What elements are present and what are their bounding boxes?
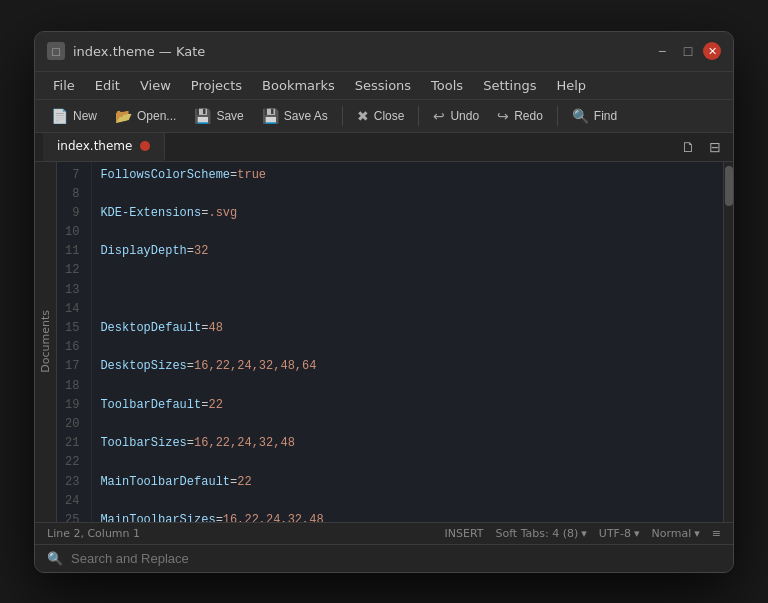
tab-modified-indicator (140, 141, 150, 151)
toolbar: 📄 New 📂 Open... 💾 Save 💾 Save As ✖ Close… (35, 100, 733, 133)
redo-button[interactable]: ↪ Redo (489, 104, 551, 128)
search-icon: 🔍 (47, 551, 63, 566)
code-editor[interactable]: FollowsColorScheme=true KDE-Extensions=.… (92, 162, 723, 522)
find-icon: 🔍 (572, 108, 589, 124)
syntax-dropdown-icon: ▾ (694, 527, 700, 540)
menubar: File Edit View Projects Bookmarks Sessio… (35, 72, 733, 100)
save-button[interactable]: 💾 Save (186, 104, 251, 128)
main-window: □ index.theme — Kate − □ ✕ File Edit Vie… (34, 31, 734, 573)
statusbar: Line 2, Column 1 INSERT Soft Tabs: 4 (8)… (35, 522, 733, 544)
minimize-button[interactable]: − (651, 40, 673, 62)
menu-help[interactable]: Help (546, 74, 596, 97)
tabbar-actions: 🗋 ⊟ (677, 135, 725, 159)
toolbar-sep-1 (342, 106, 343, 126)
editor: 7 8 9 10 11 12 13 14 15 16 17 18 19 20 2… (57, 162, 733, 522)
undo-icon: ↩ (433, 108, 445, 124)
menu-bookmarks[interactable]: Bookmarks (252, 74, 345, 97)
toolbar-sep-3 (557, 106, 558, 126)
new-button[interactable]: 📄 New (43, 104, 105, 128)
menu-tools[interactable]: Tools (421, 74, 473, 97)
close-button[interactable]: ✕ (703, 42, 721, 60)
scrollbar-thumb[interactable] (725, 166, 733, 206)
undo-button[interactable]: ↩ Undo (425, 104, 487, 128)
tabbar: index.theme 🗋 ⊟ (35, 133, 733, 162)
line-numbers: 7 8 9 10 11 12 13 14 15 16 17 18 19 20 2… (57, 162, 92, 522)
searchbar: 🔍 (35, 544, 733, 572)
menu-sessions[interactable]: Sessions (345, 74, 421, 97)
maximize-button[interactable]: □ (677, 40, 699, 62)
status-mode: INSERT (444, 527, 483, 540)
main-area: Documents 7 8 9 10 11 12 13 14 15 16 17 … (35, 162, 733, 522)
save-as-icon: 💾 (262, 108, 279, 124)
status-indent[interactable]: Soft Tabs: 4 (8) ▾ (495, 527, 586, 540)
toolbar-sep-2 (418, 106, 419, 126)
open-button[interactable]: 📂 Open... (107, 104, 184, 128)
status-syntax[interactable]: Normal ▾ (651, 527, 699, 540)
titlebar: □ index.theme — Kate − □ ✕ (35, 32, 733, 72)
statusbar-right: INSERT Soft Tabs: 4 (8) ▾ UTF-8 ▾ Normal… (444, 527, 721, 540)
close-file-button[interactable]: ✖ Close (349, 104, 413, 128)
status-position: Line 2, Column 1 (47, 527, 140, 540)
open-icon: 📂 (115, 108, 132, 124)
sidebar-label: Documents (39, 310, 52, 373)
search-input[interactable] (71, 551, 721, 566)
menu-file[interactable]: File (43, 74, 85, 97)
editor-content[interactable]: 7 8 9 10 11 12 13 14 15 16 17 18 19 20 2… (57, 162, 733, 522)
documents-sidebar[interactable]: Documents (35, 162, 57, 522)
close-file-icon: ✖ (357, 108, 369, 124)
vertical-scrollbar[interactable] (723, 162, 733, 522)
new-tab-button[interactable]: 🗋 (677, 135, 699, 159)
menu-projects[interactable]: Projects (181, 74, 252, 97)
window-title: index.theme — Kate (73, 44, 205, 59)
redo-icon: ↪ (497, 108, 509, 124)
tab-label: index.theme (57, 139, 132, 153)
save-icon: 💾 (194, 108, 211, 124)
status-encoding[interactable]: UTF-8 ▾ (599, 527, 640, 540)
save-as-button[interactable]: 💾 Save As (254, 104, 336, 128)
indent-dropdown-icon: ▾ (581, 527, 587, 540)
encoding-dropdown-icon: ▾ (634, 527, 640, 540)
titlebar-left: □ index.theme — Kate (47, 42, 205, 60)
status-extra-icon: ≡ (712, 527, 721, 540)
window-icon: □ (47, 42, 65, 60)
menu-edit[interactable]: Edit (85, 74, 130, 97)
split-view-button[interactable]: ⊟ (705, 135, 725, 159)
titlebar-controls: − □ ✕ (651, 40, 721, 62)
menu-view[interactable]: View (130, 74, 181, 97)
new-icon: 📄 (51, 108, 68, 124)
tab-index-theme[interactable]: index.theme (43, 133, 165, 161)
find-button[interactable]: 🔍 Find (564, 104, 625, 128)
menu-settings[interactable]: Settings (473, 74, 546, 97)
